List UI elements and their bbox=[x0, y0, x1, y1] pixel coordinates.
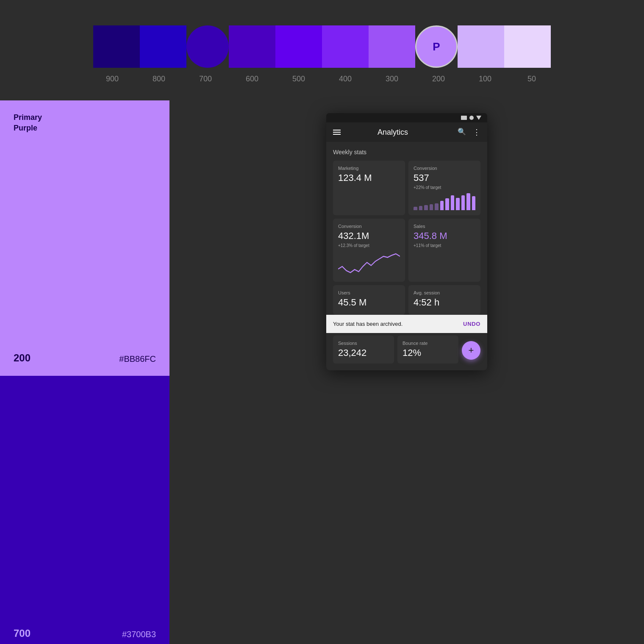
snackbar-text: Your stat has been archived. bbox=[333, 321, 402, 327]
conversion-bar-label: Conversion bbox=[414, 166, 475, 171]
conversion-bar-target: +22% of target bbox=[414, 185, 475, 190]
sales-value: 345.8 M bbox=[414, 230, 475, 242]
bar-1 bbox=[414, 207, 417, 210]
app-title: Analytics bbox=[333, 128, 452, 137]
swatch-900 bbox=[93, 25, 140, 68]
line-chart-path bbox=[338, 254, 400, 272]
panel-700-number: 700 bbox=[14, 627, 31, 639]
bottom-row: Sessions 23,242 Bounce rate 12% + bbox=[333, 333, 480, 364]
bar-chart bbox=[414, 193, 475, 210]
panel-700-bottom: 700 #3700B3 bbox=[14, 627, 156, 639]
conversion-line-card: Conversion 432.1M +12.3% of target bbox=[333, 219, 405, 282]
swatch-100 bbox=[458, 25, 504, 68]
bottom-section: Primary Purple 200 #BB86FC 700 #3700B3 bbox=[0, 100, 644, 644]
color-panel-700: 700 #3700B3 bbox=[0, 376, 169, 644]
palette-label-600: 600 bbox=[229, 75, 275, 83]
panel-200-label-purple: Purple bbox=[14, 123, 156, 133]
panel-200-labels: Primary Purple bbox=[14, 112, 156, 133]
swatch-50 bbox=[504, 25, 551, 68]
panel-200-hex: #BB86FC bbox=[119, 354, 156, 364]
avg-session-label: Avg. session bbox=[414, 290, 475, 295]
conversion-line-target: +12.3% of target bbox=[338, 243, 400, 248]
palette-label-700: 700 bbox=[182, 75, 229, 83]
app-bar-icons: 🔍 ⋮ bbox=[458, 128, 480, 137]
wifi-icon bbox=[476, 116, 481, 120]
palette-labels: 900 800 700 600 500 400 300 200 100 50 bbox=[89, 75, 555, 83]
sessions-card: Sessions 23,242 bbox=[333, 336, 394, 364]
conversion-bar-value: 537 bbox=[414, 172, 475, 183]
palette-label-50: 50 bbox=[508, 75, 555, 83]
fab-button[interactable]: + bbox=[462, 341, 480, 360]
avg-session-value: 4:52 h bbox=[414, 297, 475, 308]
battery-icon bbox=[461, 116, 467, 120]
users-value: 45.5 M bbox=[338, 297, 400, 308]
bar-3 bbox=[424, 205, 428, 210]
palette-label-900: 900 bbox=[89, 75, 136, 83]
swatch-200-letter: P bbox=[433, 40, 440, 53]
sales-target: +11% of target bbox=[414, 243, 475, 248]
bottom-stats: Sessions 23,242 Bounce rate 12% bbox=[333, 336, 458, 364]
marketing-label: Marketing bbox=[338, 166, 400, 171]
snackbar: Your stat has been archived. UNDO bbox=[326, 315, 487, 333]
bar-6 bbox=[440, 201, 444, 210]
palette-swatches: P bbox=[93, 25, 551, 68]
bar-2 bbox=[419, 206, 423, 210]
conversion-line-value: 432.1M bbox=[338, 230, 400, 242]
search-icon[interactable]: 🔍 bbox=[458, 128, 466, 137]
palette-label-400: 400 bbox=[322, 75, 369, 83]
sessions-value: 23,242 bbox=[338, 347, 389, 358]
app-content: Weekly stats Marketing 123.4 M Conversio… bbox=[326, 142, 487, 370]
users-label: Users bbox=[338, 290, 400, 295]
bar-11 bbox=[466, 193, 470, 210]
panel-200-label-primary: Primary bbox=[14, 112, 156, 123]
bar-12 bbox=[472, 196, 476, 210]
avg-session-card: Avg. session 4:52 h bbox=[408, 285, 480, 315]
bar-9 bbox=[456, 198, 460, 210]
line-chart-svg bbox=[338, 251, 400, 277]
marketing-card: Marketing 123.4 M bbox=[333, 161, 405, 215]
app-bar: Analytics 🔍 ⋮ bbox=[326, 122, 487, 142]
bounce-rate-label: Bounce rate bbox=[402, 341, 453, 346]
bar-5 bbox=[435, 203, 439, 210]
line-chart bbox=[338, 251, 400, 277]
status-bar bbox=[326, 113, 487, 122]
swatch-200: P bbox=[415, 25, 458, 68]
users-card: Users 45.5 M bbox=[333, 285, 405, 315]
panel-700-hex: #3700B3 bbox=[122, 630, 156, 639]
bounce-rate-card: Bounce rate 12% bbox=[397, 336, 458, 364]
swatch-400 bbox=[322, 25, 369, 68]
signal-icon bbox=[469, 116, 474, 120]
undo-button[interactable]: UNDO bbox=[463, 321, 480, 327]
sales-card: Sales 345.8 M +11% of target bbox=[408, 219, 480, 282]
phone-mockup: Analytics 🔍 ⋮ Weekly stats Marketing 123… bbox=[326, 113, 487, 370]
palette-label-100: 100 bbox=[462, 75, 508, 83]
swatch-600 bbox=[229, 25, 275, 68]
bar-4 bbox=[430, 204, 433, 210]
conversion-line-label: Conversion bbox=[338, 224, 400, 229]
right-content: Analytics 🔍 ⋮ Weekly stats Marketing 123… bbox=[169, 100, 644, 644]
bar-7 bbox=[445, 198, 449, 210]
sales-label: Sales bbox=[414, 224, 475, 229]
bar-8 bbox=[451, 195, 455, 210]
swatch-300 bbox=[369, 25, 415, 68]
stats-grid: Marketing 123.4 M Conversion 537 +22% of… bbox=[333, 161, 480, 315]
bounce-rate-value: 12% bbox=[402, 347, 453, 358]
palette-label-300: 300 bbox=[369, 75, 415, 83]
marketing-value: 123.4 M bbox=[338, 172, 400, 183]
more-icon[interactable]: ⋮ bbox=[473, 128, 480, 137]
panel-200-number: 200 bbox=[14, 352, 31, 364]
palette-section: P 900 800 700 600 500 400 300 200 100 50 bbox=[0, 0, 644, 100]
panel-200-bottom: 200 #BB86FC bbox=[14, 352, 156, 364]
swatch-700 bbox=[186, 25, 229, 68]
bar-10 bbox=[461, 195, 465, 210]
palette-label-800: 800 bbox=[136, 75, 182, 83]
swatch-500 bbox=[275, 25, 322, 68]
swatch-800 bbox=[140, 25, 186, 68]
color-panel-200: Primary Purple 200 #BB86FC bbox=[0, 100, 169, 376]
palette-label-200: 200 bbox=[415, 75, 462, 83]
conversion-bar-card: Conversion 537 +22% of target bbox=[408, 161, 480, 215]
weekly-stats-label: Weekly stats bbox=[333, 149, 480, 155]
palette-label-500: 500 bbox=[275, 75, 322, 83]
left-panels: Primary Purple 200 #BB86FC 700 #3700B3 bbox=[0, 100, 169, 644]
sessions-label: Sessions bbox=[338, 341, 389, 346]
